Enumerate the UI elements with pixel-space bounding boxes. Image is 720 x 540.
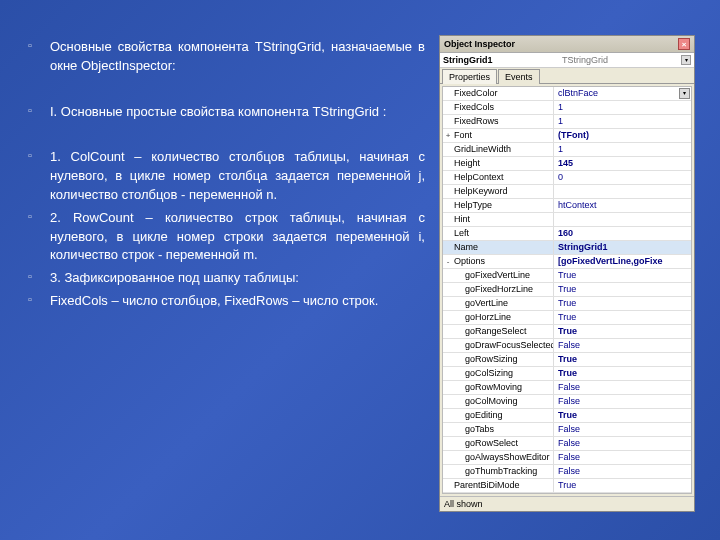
property-value[interactable]: True	[553, 409, 691, 422]
property-name: goTabs	[453, 423, 553, 436]
property-value[interactable]: StringGrid1	[553, 241, 691, 254]
property-row[interactable]: +Font(TFont)	[443, 129, 691, 143]
property-value[interactable]: 145	[553, 157, 691, 170]
property-value[interactable]	[553, 185, 691, 198]
expander-spacer	[443, 437, 453, 450]
property-name: HelpContext	[453, 171, 553, 184]
property-value[interactable]: True	[553, 479, 691, 492]
property-row[interactable]: Hint	[443, 213, 691, 227]
expander-spacer	[443, 353, 453, 366]
property-value[interactable]: clBtnFace	[553, 87, 678, 100]
property-row[interactable]: -Options[goFixedVertLine,goFixe	[443, 255, 691, 269]
tab-events[interactable]: Events	[498, 69, 540, 84]
property-row[interactable]: goColSizingTrue	[443, 367, 691, 381]
property-name: goEditing	[453, 409, 553, 422]
bullet-item: FixedCols – число столбцов, FixedRows – …	[28, 292, 425, 311]
expander-spacer	[443, 479, 453, 492]
property-value[interactable]: True	[553, 283, 691, 296]
property-row[interactable]: ParentBiDiModeTrue	[443, 479, 691, 493]
property-row[interactable]: NameStringGrid1	[443, 241, 691, 255]
property-row[interactable]: FixedRows1	[443, 115, 691, 129]
property-name: Height	[453, 157, 553, 170]
collapse-icon[interactable]: -	[443, 255, 453, 268]
property-row[interactable]: goVertLineTrue	[443, 297, 691, 311]
property-value[interactable]: False	[553, 381, 691, 394]
property-value[interactable]: False	[553, 465, 691, 478]
chevron-down-icon[interactable]: ▾	[679, 88, 690, 99]
property-name: HelpKeyword	[453, 185, 553, 198]
property-row[interactable]: FixedCols1	[443, 101, 691, 115]
tab-properties[interactable]: Properties	[442, 69, 497, 84]
property-name: goRowSelect	[453, 437, 553, 450]
property-row[interactable]: goColMovingFalse	[443, 395, 691, 409]
property-value[interactable]	[553, 213, 691, 226]
property-value[interactable]: True	[553, 367, 691, 380]
oi-tabs: Properties Events	[440, 68, 694, 84]
property-value[interactable]: False	[553, 395, 691, 408]
property-row[interactable]: HelpKeyword	[443, 185, 691, 199]
property-value[interactable]: 160	[553, 227, 691, 240]
bullet-item: I. Основные простые свойства компонента …	[28, 103, 425, 122]
close-icon[interactable]: ×	[678, 38, 690, 50]
property-value[interactable]: [goFixedVertLine,goFixe	[553, 255, 691, 268]
property-name: goFixedVertLine	[453, 269, 553, 282]
property-name: goColMoving	[453, 395, 553, 408]
property-value[interactable]: True	[553, 325, 691, 338]
property-value[interactable]: False	[553, 451, 691, 464]
expander-spacer	[443, 311, 453, 324]
property-row[interactable]: goEditingTrue	[443, 409, 691, 423]
property-value[interactable]: False	[553, 437, 691, 450]
property-value[interactable]: 0	[553, 171, 691, 184]
property-row[interactable]: goFixedHorzLineTrue	[443, 283, 691, 297]
property-value[interactable]: True	[553, 297, 691, 310]
property-name: goVertLine	[453, 297, 553, 310]
property-row[interactable]: goAlwaysShowEditorFalse	[443, 451, 691, 465]
expander-spacer	[443, 325, 453, 338]
chevron-down-icon[interactable]: ▾	[681, 55, 691, 65]
property-row[interactable]: GridLineWidth1	[443, 143, 691, 157]
bullet-list: Основные свойства компонента TStringGrid…	[28, 38, 425, 311]
expander-spacer	[443, 143, 453, 156]
bullet-item	[28, 125, 425, 144]
expander-spacer	[443, 227, 453, 240]
property-row[interactable]: goThumbTrackingFalse	[443, 465, 691, 479]
expander-spacer	[443, 381, 453, 394]
expander-spacer	[443, 409, 453, 422]
property-row[interactable]: goRangeSelectTrue	[443, 325, 691, 339]
property-name: goDrawFocusSelected	[453, 339, 553, 352]
property-row[interactable]: HelpContext0	[443, 171, 691, 185]
expander-spacer	[443, 283, 453, 296]
property-value[interactable]: False	[553, 423, 691, 436]
property-row[interactable]: goRowMovingFalse	[443, 381, 691, 395]
property-name: HelpType	[453, 199, 553, 212]
property-value[interactable]: True	[553, 353, 691, 366]
property-value[interactable]: htContext	[553, 199, 691, 212]
expander-spacer	[443, 213, 453, 226]
property-row[interactable]: goRowSizingTrue	[443, 353, 691, 367]
property-row[interactable]: HelpTypehtContext	[443, 199, 691, 213]
property-name: goRangeSelect	[453, 325, 553, 338]
property-row[interactable]: goDrawFocusSelectedFalse	[443, 339, 691, 353]
component-selector[interactable]: StringGrid1 TStringGrid ▾	[440, 53, 694, 68]
property-value[interactable]: True	[553, 311, 691, 324]
property-row[interactable]: goTabsFalse	[443, 423, 691, 437]
property-row[interactable]: Left160	[443, 227, 691, 241]
property-row[interactable]: Height145	[443, 157, 691, 171]
expander-spacer	[443, 395, 453, 408]
property-value[interactable]: (TFont)	[553, 129, 691, 142]
property-row[interactable]: goRowSelectFalse	[443, 437, 691, 451]
slide-text: Основные свойства компонента TStringGrid…	[0, 0, 435, 540]
property-row[interactable]: FixedColorclBtnFace▾	[443, 87, 691, 101]
expander-spacer	[443, 101, 453, 114]
property-value[interactable]: 1	[553, 101, 691, 114]
property-value[interactable]: True	[553, 269, 691, 282]
expand-icon[interactable]: +	[443, 129, 453, 142]
property-row[interactable]: goHorzLineTrue	[443, 311, 691, 325]
property-name: GridLineWidth	[453, 143, 553, 156]
property-value[interactable]: 1	[553, 143, 691, 156]
bullet-item: 1. ColCount – количество столбцов таблиц…	[28, 148, 425, 205]
property-value[interactable]: 1	[553, 115, 691, 128]
property-value[interactable]: False	[553, 339, 691, 352]
property-row[interactable]: goFixedVertLineTrue	[443, 269, 691, 283]
component-name: StringGrid1	[443, 55, 556, 65]
